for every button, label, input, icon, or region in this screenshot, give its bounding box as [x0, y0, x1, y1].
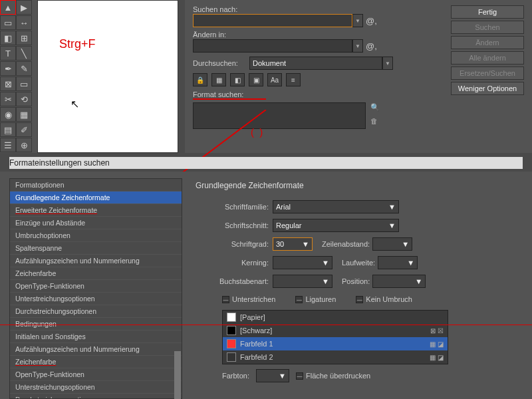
format-search-box[interactable]: 🔍 🗑 [193, 102, 366, 129]
rect-frame-icon[interactable]: ⊠ [0, 76, 16, 91]
pencil-tool-icon[interactable]: ✎ [16, 61, 32, 76]
search-dropdown-icon[interactable]: ▼ [352, 14, 363, 27]
done-button[interactable]: Fertig [451, 5, 524, 19]
swatch-row[interactable]: Farbfeld 2▦◪ [223, 350, 448, 364]
scope-dd-icon[interactable]: ▼ [382, 57, 393, 70]
content-tool-icon[interactable]: ◧ [0, 31, 16, 45]
case-dropdown[interactable]: ▼ [273, 275, 332, 288]
list-item[interactable]: Zeichenfarbe [10, 356, 182, 368]
size-label: Schriftgrad: [196, 240, 269, 248]
list-item[interactable]: Einzüge und Abstände [10, 217, 182, 229]
find-buttons: Fertig Suchen Ändern Alle ändern Ersetze… [451, 5, 524, 95]
master-pages-icon[interactable]: ▣ [249, 73, 263, 86]
list-item[interactable]: Erweiterte Zeichenformate [10, 204, 182, 217]
list-item[interactable]: OpenType-Funktionen [10, 280, 182, 293]
list-item[interactable]: Spaltenspanne [10, 242, 182, 255]
list-item[interactable]: Unterstreichungsoptionen [10, 293, 182, 305]
change-button[interactable]: Ändern [451, 36, 524, 49]
registration-icon: ☒ [438, 327, 444, 334]
scrollbar[interactable] [174, 351, 181, 399]
font-style-label: Schriftschnitt: [196, 221, 269, 229]
hand-tool-icon[interactable]: ⊞ [16, 31, 32, 45]
change-input[interactable] [193, 39, 352, 53]
search-input[interactable] [193, 14, 352, 27]
specify-format-icon[interactable]: 🔍 [370, 103, 380, 112]
search-button[interactable]: Suchen [451, 21, 524, 34]
annotation-line [0, 325, 532, 325]
note-icon-tool[interactable]: ▤ [0, 122, 16, 137]
case-label: Buchstabenart: [196, 277, 269, 285]
scope-dropdown[interactable]: Dokument [249, 57, 382, 70]
list-item[interactable]: Aufzählungszeichen und Nummerierung [10, 343, 182, 356]
eyedropper-icon[interactable]: ✐ [16, 122, 32, 137]
none-icon: ⊠ [430, 327, 436, 334]
transform-icon[interactable]: ⟲ [16, 92, 32, 106]
scope-label: Durchsuchen: [193, 59, 249, 67]
rect-tool-icon[interactable]: ▭ [16, 76, 32, 91]
tint-label: Farbton: [222, 372, 249, 380]
direct-select-icon[interactable]: ▶ [16, 0, 32, 15]
paren-annotation: ( ) [251, 126, 263, 138]
replace-button[interactable]: Ersetzen/Suchen [451, 66, 524, 80]
list-item[interactable]: OpenType-Funktionen [10, 368, 182, 381]
list-item[interactable]: Durchstreichungsoptionen [10, 394, 182, 399]
special-char2-icon[interactable]: @, [366, 41, 377, 51]
list-item[interactable]: Aufzählungszeichen und Nummerierung [10, 255, 182, 267]
tint-input[interactable]: ▼ [256, 369, 289, 382]
nobreak-checkbox[interactable]: —Kein Umbruch [356, 295, 412, 303]
kerning-dropdown[interactable]: ▼ [273, 256, 332, 269]
tracking-label: Laufweite: [342, 259, 375, 267]
swatch-list[interactable]: [Papier] [Schwarz]⊠☒ Farbfeld 1▦◪ Farbfe… [222, 310, 448, 364]
find-change-panel: Suchen nach: ▼ @, Ändern in: ▼ @, Durchs… [185, 0, 532, 153]
special-char-icon[interactable]: @, [366, 16, 377, 26]
pen-tool-icon[interactable]: ✒ [0, 61, 16, 76]
scissors-icon[interactable]: ✂ [0, 92, 16, 106]
ligatures-checkbox[interactable]: —Ligaturen [295, 295, 336, 303]
tools-panel: ▲ ▶ ▭ ↔ ◧ ⊞ T ╲ ✒ ✎ ⊠ ▭ ✂ ⟲ ◉ ▦ ▤ ✐ ☰ ⊕ [0, 0, 37, 153]
less-options-button[interactable]: Weniger Optionen [451, 82, 524, 95]
swatch-row[interactable]: Farbfeld 1▦◪ [223, 337, 448, 350]
footnotes-icon[interactable]: Aa [267, 73, 282, 86]
list-item[interactable]: Zeichenfarbe [10, 267, 182, 280]
position-dropdown[interactable]: ▼ [372, 275, 426, 288]
selection-tool-icon[interactable]: ▲ [0, 0, 16, 15]
locked-stories-icon[interactable]: ▦ [211, 73, 226, 86]
hand-icon[interactable]: ☰ [0, 138, 16, 152]
font-style-dropdown[interactable]: Regular▼ [273, 219, 399, 232]
list-item[interactable]: Formatoptionen [10, 179, 182, 192]
font-family-label: Schriftfamilie: [196, 203, 269, 211]
size-input[interactable]: 30▼ [273, 237, 313, 251]
page-tool-icon[interactable]: ▭ [0, 15, 16, 30]
hidden-layers-icon[interactable]: ◧ [230, 73, 245, 86]
section-title: Grundlegende Zeichenformate [196, 181, 521, 190]
swatch-row[interactable]: [Papier] [223, 311, 448, 324]
whole-word-icon[interactable]: ≡ [286, 73, 301, 86]
line-tool-icon[interactable]: ╲ [16, 46, 32, 61]
underline-checkbox[interactable]: —Unterstrichen [222, 295, 275, 303]
document-canvas[interactable]: Strg+F [37, 0, 178, 153]
list-item[interactable]: Initialen und Sonstiges [10, 331, 182, 343]
list-item[interactable]: Unterstreichungsoptionen [10, 381, 182, 394]
leading-label: Zeilenabstand: [322, 240, 370, 248]
zoom-icon[interactable]: ⊕ [16, 138, 32, 152]
locked-layers-icon[interactable]: 🔒 [193, 73, 207, 86]
overprint-fill-checkbox[interactable]: —Fläche überdrucken [296, 372, 370, 380]
change-all-button[interactable]: Alle ändern [451, 51, 524, 65]
tracking-input[interactable]: ▼ [378, 256, 418, 269]
gradient2-icon[interactable]: ▦ [16, 107, 32, 122]
type-tool-icon[interactable]: T [0, 46, 16, 61]
clear-format-icon[interactable]: 🗑 [370, 117, 380, 125]
change-dropdown-icon[interactable]: ▼ [352, 39, 363, 53]
swatch-row[interactable]: [Schwarz]⊠☒ [223, 324, 448, 337]
cursor-icon: ↖ [70, 98, 79, 110]
gradient-icon[interactable]: ◉ [0, 107, 16, 122]
list-item[interactable]: Durchstreichungsoptionen [10, 305, 182, 318]
category-list[interactable]: Formatoptionen Grundlegende Zeichenforma… [9, 178, 182, 399]
gap-tool-icon[interactable]: ↔ [16, 15, 32, 30]
list-item[interactable]: Grundlegende Zeichenformate [10, 192, 182, 204]
font-family-dropdown[interactable]: Arial▼ [273, 200, 399, 213]
cmyk-icon: ◪ [438, 354, 444, 361]
list-item[interactable]: Umbruchoptionen [10, 229, 182, 242]
leading-input[interactable]: ▼ [372, 237, 412, 251]
kerning-label: Kerning: [196, 259, 269, 267]
